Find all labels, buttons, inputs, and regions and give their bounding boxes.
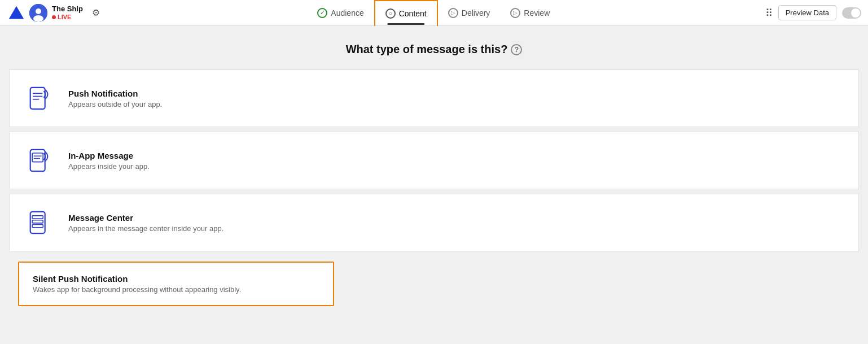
bottom-area: Silent Push Notification Wakes app for b… xyxy=(9,252,859,331)
nav-steps: ✓ Audience ○ Content ▷ Delivery ▷ Review xyxy=(102,0,765,26)
brand-name: The Ship xyxy=(52,5,83,14)
help-icon[interactable]: ? xyxy=(511,44,522,55)
svg-marker-0 xyxy=(9,6,24,19)
nav-step-content-label: Content xyxy=(399,9,427,18)
nav-step-delivery-label: Delivery xyxy=(462,8,490,18)
nav-step-review-label: Review xyxy=(524,8,550,18)
push-notification-text: Push Notification Appears outside of you… xyxy=(68,89,162,108)
logo-icon[interactable] xyxy=(7,4,25,22)
push-notification-title: Push Notification xyxy=(68,89,162,98)
nav-step-audience[interactable]: ✓ Audience xyxy=(307,0,374,26)
settings-button[interactable]: ⚙ xyxy=(90,5,102,20)
header: The Ship LIVE ⚙ ✓ Audience ○ Content ▷ D… xyxy=(0,0,868,26)
nav-step-delivery[interactable]: ▷ Delivery xyxy=(438,0,501,26)
svg-rect-9 xyxy=(32,153,43,162)
silent-push-card[interactable]: Silent Push Notification Wakes app for b… xyxy=(18,262,334,306)
review-step-icon: ▷ xyxy=(510,8,520,18)
svg-rect-15 xyxy=(32,224,43,227)
page-title: What type of message is this? ? xyxy=(9,43,859,56)
avatar[interactable] xyxy=(29,4,47,22)
silent-push-text: Silent Push Notification Wakes app for b… xyxy=(33,274,241,294)
message-center-card[interactable]: Message Center Appears in the message ce… xyxy=(9,194,859,251)
main-content: What type of message is this? ? xyxy=(0,26,868,340)
svg-rect-13 xyxy=(32,216,43,219)
svg-point-3 xyxy=(33,15,43,22)
delivery-step-icon: ▷ xyxy=(448,8,458,18)
header-right: ⠿ Preview Data xyxy=(765,5,861,20)
nav-step-content[interactable]: ○ Content xyxy=(374,0,438,26)
silent-push-desc: Wakes app for background processing with… xyxy=(33,285,241,294)
message-center-desc: Appears in the message center inside you… xyxy=(68,224,223,233)
preview-data-button[interactable]: Preview Data xyxy=(778,5,836,20)
live-badge: LIVE xyxy=(52,14,83,21)
in-app-message-title: In-App Message xyxy=(68,151,150,160)
brand-info: The Ship LIVE xyxy=(52,5,83,21)
message-center-text: Message Center Appears in the message ce… xyxy=(68,213,223,233)
message-center-title: Message Center xyxy=(68,213,223,223)
preview-toggle[interactable] xyxy=(842,7,861,19)
svg-point-2 xyxy=(36,8,41,14)
header-left: The Ship LIVE ⚙ xyxy=(7,4,102,22)
push-notification-desc: Appears outside of your app. xyxy=(68,100,162,108)
nav-step-audience-label: Audience xyxy=(331,8,363,18)
message-center-icon xyxy=(23,206,57,240)
push-notification-card[interactable]: Push Notification Appears outside of you… xyxy=(9,69,859,127)
live-label: LIVE xyxy=(58,14,71,21)
svg-rect-14 xyxy=(32,220,43,223)
silent-push-title: Silent Push Notification xyxy=(33,274,241,284)
nav-step-review[interactable]: ▷ Review xyxy=(500,0,560,26)
grid-icon[interactable]: ⠿ xyxy=(765,7,773,19)
audience-check-icon: ✓ xyxy=(317,8,327,18)
in-app-message-text: In-App Message Appears inside your app. xyxy=(68,151,150,171)
push-notification-icon xyxy=(23,81,57,115)
content-step-icon: ○ xyxy=(385,8,396,19)
svg-rect-4 xyxy=(30,88,45,109)
live-dot xyxy=(52,15,56,19)
in-app-message-card[interactable]: In-App Message Appears inside your app. xyxy=(9,132,859,189)
message-type-list: Push Notification Appears outside of you… xyxy=(9,69,859,251)
in-app-message-icon xyxy=(23,143,57,177)
in-app-message-desc: Appears inside your app. xyxy=(68,162,150,171)
page-title-text: What type of message is this? xyxy=(346,43,508,56)
